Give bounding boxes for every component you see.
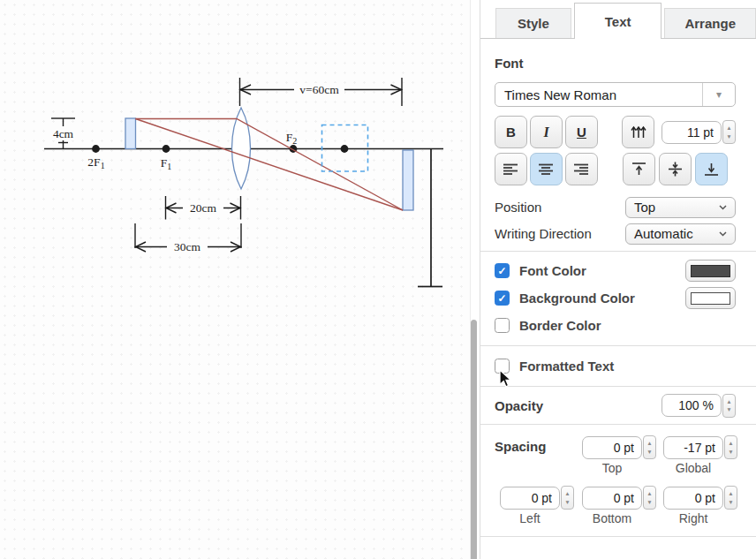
stepper-down-icon[interactable]: ▼: [564, 498, 570, 506]
point-f1-dot[interactable]: [163, 145, 170, 153]
background-color-checkbox[interactable]: ✓: [495, 291, 510, 306]
dim-20cm-label[interactable]: 20cm: [190, 201, 216, 215]
lens-shape[interactable]: [232, 108, 251, 189]
ray-through-center[interactable]: [136, 119, 404, 211]
tab-text[interactable]: Text: [574, 3, 662, 39]
writing-direction-select[interactable]: Automatic: [625, 223, 736, 245]
drawing-canvas[interactable]: 4cm v=60cm 20cm: [0, 0, 471, 559]
spacing-global-sublabel: Global: [663, 461, 723, 475]
position-select[interactable]: Top: [625, 197, 736, 218]
chevron-down-icon[interactable]: ▾: [703, 88, 735, 101]
italic-button[interactable]: I: [530, 116, 563, 148]
spacing-section: Spacing ▲ ▼ ▲ ▼ Top Global ▲: [480, 424, 756, 537]
format-panel-tabs: Style Text Arrange: [480, 0, 756, 39]
spacing-top-field: ▲ ▼: [582, 435, 656, 459]
format-panel: Style Text Arrange Font Times New Roman …: [480, 0, 756, 559]
position-label: Position: [495, 200, 541, 215]
formatted-text-label: Formatted Text: [519, 359, 614, 374]
stepper-down-icon[interactable]: ▼: [646, 498, 652, 506]
spacing-global-stepper[interactable]: ▲ ▼: [724, 435, 737, 459]
writing-direction-value: Automatic: [634, 226, 693, 241]
spacing-label: Spacing: [495, 439, 546, 454]
spacing-bottom-field: ▲ ▼: [582, 486, 656, 510]
spacing-right-stepper[interactable]: ▲ ▼: [724, 486, 737, 510]
background-color-label: Background Color: [519, 291, 635, 306]
border-color-checkbox[interactable]: [495, 318, 510, 333]
spacing-right-input[interactable]: [663, 487, 723, 510]
font-section: Font Times New Roman ▾ B I U: [480, 39, 756, 251]
opacity-label: Opacity: [495, 398, 543, 413]
spacing-top-input[interactable]: [582, 436, 642, 459]
stepper-down-icon[interactable]: ▼: [646, 448, 652, 456]
spacing-left-input[interactable]: [500, 487, 560, 510]
align-left-button[interactable]: [495, 153, 527, 185]
bold-button[interactable]: B: [495, 116, 527, 148]
stepper-up-icon[interactable]: ▲: [726, 397, 731, 405]
spacing-left-stepper[interactable]: ▲ ▼: [561, 486, 574, 510]
font-color-label: Font Color: [519, 263, 586, 278]
valign-middle-button[interactable]: [659, 153, 692, 185]
label-f1[interactable]: F1: [161, 156, 172, 171]
vertical-text-button[interactable]: [622, 116, 654, 148]
opacity-input[interactable]: [662, 394, 722, 417]
font-color-chip: [691, 265, 730, 277]
dim-30cm-label[interactable]: 30cm: [174, 240, 200, 253]
font-family-select[interactable]: Times New Roman ▾: [495, 82, 736, 107]
spacing-top-stepper[interactable]: ▲ ▼: [643, 435, 656, 459]
label-f2[interactable]: F2: [286, 131, 298, 146]
font-size-stepper[interactable]: ▲ ▼: [722, 120, 736, 144]
point-2f2-dot[interactable]: [341, 145, 349, 153]
font-color-swatch[interactable]: [685, 260, 736, 282]
spacing-left-field: ▲ ▼: [500, 486, 574, 510]
valign-top-icon: [631, 162, 647, 177]
formatted-text-checkbox[interactable]: [495, 359, 510, 374]
background-color-swatch[interactable]: [685, 287, 736, 309]
label-2f1[interactable]: 2F1: [87, 155, 104, 170]
check-icon: ✓: [497, 266, 506, 276]
spacing-bottom-input[interactable]: [582, 487, 642, 510]
valign-top-button[interactable]: [623, 153, 655, 185]
tab-arrange[interactable]: Arrange: [664, 8, 756, 38]
spacing-right-sublabel: Right: [663, 511, 723, 525]
spacing-global-input[interactable]: [663, 436, 723, 459]
stepper-up-icon[interactable]: ▲: [728, 439, 733, 447]
opacity-section: Opacity ▲ ▼: [480, 386, 756, 424]
background-color-row: ✓ Background Color: [495, 284, 736, 312]
valign-bottom-button[interactable]: [695, 153, 728, 185]
select-chevron-icon: [719, 231, 727, 237]
font-color-checkbox[interactable]: ✓: [495, 263, 510, 278]
font-size-input[interactable]: [662, 121, 722, 144]
object-rect[interactable]: [125, 118, 136, 149]
stepper-down-icon[interactable]: ▼: [728, 498, 733, 506]
stepper-up-icon[interactable]: ▲: [728, 489, 733, 497]
writing-direction-row: Writing Direction Automatic: [495, 223, 736, 245]
point-2f1-dot[interactable]: [92, 145, 100, 153]
background-color-chip: [691, 292, 730, 305]
spacing-bottom-stepper[interactable]: ▲ ▼: [643, 486, 656, 510]
lens-diagram: 4cm v=60cm 20cm: [0, 0, 470, 559]
vertical-scrollbar[interactable]: [471, 320, 477, 559]
stepper-up-icon[interactable]: ▲: [564, 489, 570, 497]
dim-v60-label[interactable]: v=60cm: [299, 83, 339, 96]
border-color-row: Border Color: [495, 312, 736, 339]
stepper-up-icon[interactable]: ▲: [646, 489, 652, 497]
align-center-button[interactable]: [530, 153, 563, 185]
valign-middle-icon: [667, 162, 684, 177]
select-chevron-icon: [719, 205, 727, 210]
tab-style[interactable]: Style: [495, 8, 571, 38]
underline-button[interactable]: U: [565, 116, 598, 148]
stepper-down-icon[interactable]: ▼: [726, 405, 731, 413]
stepper-down-icon[interactable]: ▼: [726, 132, 731, 140]
font-section-title: Font: [495, 56, 736, 71]
stepper-up-icon[interactable]: ▲: [726, 124, 731, 132]
spacing-top-sublabel: Top: [582, 461, 642, 475]
stepper-up-icon[interactable]: ▲: [646, 439, 652, 447]
image-rect[interactable]: [403, 150, 413, 210]
dim-4cm-label[interactable]: 4cm: [53, 127, 74, 140]
image-height-line[interactable]: [418, 149, 442, 287]
opacity-stepper[interactable]: ▲ ▼: [722, 394, 736, 418]
colors-section: ✓ Font Color ✓ Background Color Border C…: [480, 251, 756, 345]
stepper-down-icon[interactable]: ▼: [728, 448, 733, 456]
align-right-button[interactable]: [565, 153, 598, 185]
writing-direction-label: Writing Direction: [495, 226, 592, 241]
